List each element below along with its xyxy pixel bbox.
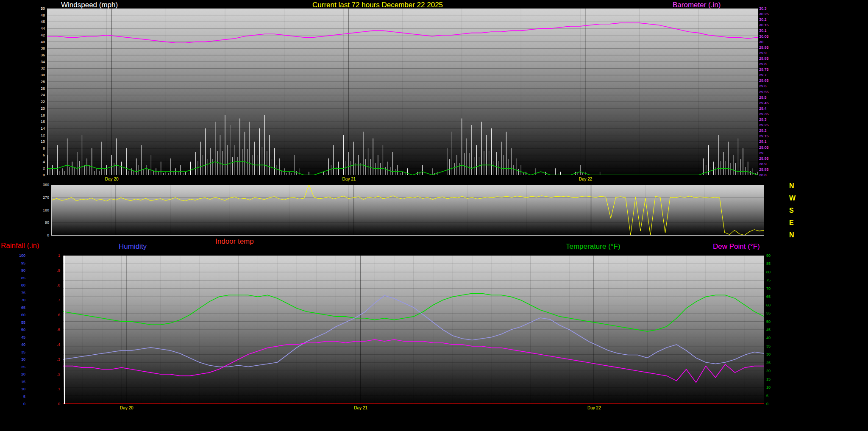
temperature-label: Temperature (°F) <box>566 242 620 251</box>
axis-tick: 40 <box>766 336 771 340</box>
axis-tick: .3 <box>57 358 60 361</box>
axis-tick: 40 <box>21 343 25 347</box>
axis-tick: 12 <box>41 133 45 137</box>
axis-tick: 50 <box>41 7 45 11</box>
barometer-title: Barometer (.in) <box>673 1 721 9</box>
axis-tick: 65 <box>766 295 771 299</box>
axis-tick: 29.8 <box>759 62 767 66</box>
compass-letter-n-top: N <box>789 182 794 190</box>
axis-tick: 20 <box>766 369 771 373</box>
axis-tick: 29.3 <box>759 118 767 122</box>
axis-tick: 50 <box>21 328 25 332</box>
axis-tick: 29.85 <box>759 57 769 61</box>
axis-tick: 48 <box>41 14 45 17</box>
page-title: Current last 72 hours December 22 2025 <box>312 1 443 9</box>
axis-tick: 29.6 <box>759 84 767 88</box>
axis-tick: .9 <box>57 269 60 273</box>
axis-tick: 29.45 <box>759 101 769 105</box>
axis-tick: 60 <box>21 313 25 317</box>
axis-tick: 180 <box>43 209 49 212</box>
axis-tick: 30.15 <box>759 23 769 27</box>
temp-humidity-dewpoint-plot <box>63 256 764 404</box>
windspeed-barometer-chart <box>47 8 758 175</box>
axis-tick: 15 <box>766 378 771 381</box>
axis-tick: 35 <box>21 350 25 354</box>
axis-tick: 30.2 <box>759 18 767 22</box>
axis-tick: 30 <box>41 73 45 77</box>
axis-tick: 29.5 <box>759 96 767 100</box>
axis-tick: 36 <box>41 53 45 57</box>
axis-tick: 29.75 <box>759 68 769 72</box>
axis-tick: 29.9 <box>759 51 767 55</box>
axis-tick: 34 <box>41 60 45 64</box>
axis-tick: 28.85 <box>759 168 769 172</box>
axis-tick: 32 <box>41 67 45 70</box>
windspeed-y-axis: 5048464442403836343230282624222018161412… <box>31 8 45 175</box>
day-label: Day 22 <box>587 406 601 410</box>
axis-tick: 40 <box>41 40 45 44</box>
axis-tick: 16 <box>41 120 45 124</box>
axis-tick: 75 <box>21 291 25 295</box>
axis-tick: 70 <box>21 298 25 302</box>
axis-tick: 42 <box>41 33 45 37</box>
axis-tick: 0 <box>47 234 49 237</box>
axis-tick: 70 <box>766 287 771 291</box>
axis-tick: .5 <box>57 328 60 332</box>
axis-tick: 100 <box>19 254 25 258</box>
axis-tick: 20 <box>41 107 45 111</box>
axis-tick: 10 <box>41 140 45 144</box>
humidity-y-axis: 1009590858075706560555045403530252015105… <box>14 256 25 404</box>
axis-tick: 0 <box>43 173 45 177</box>
axis-tick: 29.7 <box>759 73 767 77</box>
axis-tick: 28.9 <box>759 162 767 166</box>
axis-tick: 45 <box>766 328 771 332</box>
axis-tick: 29.55 <box>759 90 769 94</box>
axis-tick: 29.25 <box>759 123 769 127</box>
axis-tick: 2 <box>43 167 45 170</box>
axis-tick: 50 <box>766 320 771 324</box>
axis-tick: 75 <box>766 278 771 282</box>
axis-tick: 29.65 <box>759 79 769 83</box>
day-label: Day 21 <box>342 177 356 181</box>
compass-letter-w: W <box>789 195 796 202</box>
axis-tick: 10 <box>21 387 25 391</box>
rainfall-y-axis: 1.9.8.7.6.5.4.3.2.10 <box>44 256 60 404</box>
axis-tick: 29.05 <box>759 146 769 150</box>
axis-tick: 5 <box>766 394 768 398</box>
axis-tick: 8 <box>43 147 45 150</box>
axis-tick: 95 <box>21 261 25 265</box>
axis-tick: 80 <box>766 270 771 274</box>
axis-tick: 22 <box>41 100 45 104</box>
axis-tick: 14 <box>41 127 45 131</box>
axis-tick: 5 <box>23 395 25 399</box>
axis-tick: 0 <box>766 402 768 406</box>
axis-tick: .8 <box>57 284 60 287</box>
axis-tick: .4 <box>57 343 60 347</box>
bottom-chart-day-axis: Day 20Day 21Day 22 <box>63 406 764 411</box>
axis-tick: 65 <box>21 306 25 310</box>
axis-tick: 30.05 <box>759 35 769 39</box>
windspeed-title: Windspeed (mph) <box>61 1 118 9</box>
wind-direction-plot <box>52 185 764 235</box>
axis-tick: 30 <box>21 358 25 361</box>
axis-tick: 1 <box>58 254 60 258</box>
indoor-temp-label: Indoor temp <box>215 237 254 246</box>
temp-humidity-dewpoint-chart <box>63 256 764 404</box>
axis-tick: 20 <box>21 373 25 376</box>
axis-tick: 25 <box>21 365 25 369</box>
axis-tick: .1 <box>57 387 60 391</box>
axis-tick: 28.95 <box>759 157 769 161</box>
axis-tick: 80 <box>21 284 25 287</box>
axis-tick: 29.4 <box>759 107 767 111</box>
wind-direction-y-axis: 360270180900 <box>35 185 49 235</box>
axis-tick: 360 <box>43 183 49 187</box>
axis-tick: 26 <box>41 87 45 91</box>
axis-tick: 85 <box>766 262 771 266</box>
axis-tick: 4 <box>43 160 45 164</box>
axis-tick: .2 <box>57 373 60 376</box>
axis-tick: 45 <box>21 336 25 339</box>
axis-tick: 30.1 <box>759 29 767 33</box>
axis-tick: 30 <box>766 353 771 356</box>
axis-tick: 28.8 <box>759 173 767 177</box>
axis-tick: 90 <box>21 269 25 273</box>
